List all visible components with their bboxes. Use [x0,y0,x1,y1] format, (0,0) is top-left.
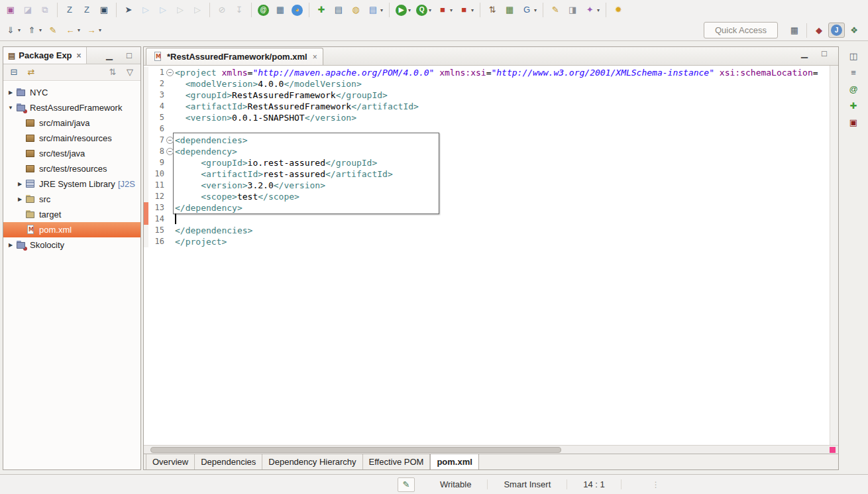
snippet-button[interactable]: ▤ [331,3,347,17]
editor-content[interactable]: 1−<project xmlns="http://maven.apache.or… [144,66,838,445]
stop-all-button[interactable]: ■▾ [456,3,476,17]
data-grid-button[interactable]: ▦ [272,3,288,17]
previous-annotation-button[interactable]: ⇑▾ [24,23,44,38]
minimize-editor-button[interactable]: ▁ [796,46,812,61]
code-line[interactable]: 7−<dependencies> [144,135,830,146]
search-g-button[interactable]: G▾ [519,3,539,17]
coverage-button[interactable]: Q▾ [414,3,433,17]
tree-item-src-test-java[interactable]: src/test/java [3,146,140,161]
code-line[interactable]: 6 [144,123,830,135]
fold-collapse-icon[interactable]: − [166,137,174,144]
editor-page-tab-pom-xml[interactable]: pom.xml [430,454,478,470]
close-view-icon[interactable]: × [77,51,81,60]
editor-tab-pom-xml[interactable]: *RestAssuredFramework/pom.xml × [146,48,323,65]
junit-view-button[interactable]: ✚ [845,99,861,113]
tree-item-nyc[interactable]: ▶NYC [3,85,140,100]
code-line[interactable]: 10 <artifactId>rest-assured</artifactId> [144,168,830,180]
coverage-dropdown-icon[interactable]: ▾ [429,7,431,13]
editor-vertical-scrollbar[interactable] [830,66,838,445]
web-browser-button[interactable]: ◕ [290,3,305,17]
new-button[interactable]: ▣ [3,3,19,17]
stop-dropdown-icon[interactable]: ▾ [450,7,453,13]
perspective-debug-button[interactable]: ❖ [846,23,862,38]
code-line[interactable]: 11 <version>3.2.0</version> [144,180,830,191]
open-perspective-button[interactable]: ▦ [787,23,802,38]
testng-button[interactable]: @ [256,3,271,17]
code-line[interactable]: 16</project> [144,236,830,247]
stop-button[interactable]: ■▾ [435,3,455,17]
code-line[interactable]: 9 <groupId>io.rest-assured</groupId> [144,157,830,168]
external-tools-button[interactable]: ✦▾ [582,3,602,17]
maximize-editor-button[interactable]: □ [816,46,832,61]
open-resource-button[interactable]: Z [79,3,95,17]
previous-annotation-dropdown-icon[interactable]: ▾ [39,27,42,33]
tree-item-restassuredframework[interactable]: ▼RestAssuredFramework [3,100,140,115]
edit-mode-icon[interactable]: ✎ [398,477,415,492]
scrollbar-thumb[interactable] [150,447,561,453]
expander-icon[interactable]: ▶ [6,90,15,95]
perspective-javaee-button[interactable]: ◆ [811,23,827,38]
external-tools-dropdown-icon[interactable]: ▾ [597,7,600,13]
last-edit-location-button[interactable]: ✎ [45,23,61,38]
quick-access-button[interactable]: Quick Access [704,22,778,38]
open-type-button[interactable]: Z [62,3,78,17]
stop-all-dropdown-icon[interactable]: ▾ [471,7,474,13]
problems-view-button[interactable]: ▣ [845,115,861,130]
editor-page-tab-effective-pom[interactable]: Effective POM [363,454,431,469]
code-line[interactable]: 13</dependency> [144,202,830,214]
select-tool-button[interactable]: ➤ [121,3,136,17]
code-line[interactable]: 14 [144,214,830,225]
maximize-explorer-button[interactable]: □ [121,48,137,63]
new-wizard-button[interactable]: ✚ [313,3,329,17]
restore-views-button[interactable]: ◫ [845,49,861,64]
data-source-button[interactable]: ◍ [348,3,364,17]
forward-dropdown-icon[interactable]: ▾ [99,27,101,33]
fold-collapse-icon[interactable]: − [166,148,174,155]
editor-page-tab-overview[interactable]: Overview [146,454,195,469]
expander-icon[interactable]: ▶ [15,181,25,187]
expander-icon[interactable]: ▼ [6,105,15,111]
java-browsing-button[interactable]: ▦ [502,3,517,17]
code-line[interactable]: 12 <scope>test</scope> [144,191,830,202]
expander-icon[interactable]: ▶ [6,242,15,248]
fold-collapse-icon[interactable]: − [166,69,174,76]
search-g-dropdown-icon[interactable]: ▾ [534,7,537,13]
editor-horizontal-scrollbar[interactable] [144,445,838,454]
code-line[interactable]: 4 <artifactId>RestAssuredFramework</arti… [144,101,830,112]
tree-item-target[interactable]: target [3,207,140,222]
run-button[interactable]: ▶▾ [394,3,413,17]
annotate-button[interactable]: ✎ [547,3,563,17]
tree-item-src-main-java[interactable]: src/main/java [3,115,140,131]
tree-item-src[interactable]: ▶src [3,192,140,207]
tree-item-jre-system-library[interactable]: ▶JRE System Library[J2S [3,176,140,192]
tip-of-day-button[interactable]: ✹ [610,3,626,17]
code-line[interactable]: 1−<project xmlns="http://maven.apache.or… [144,67,830,78]
link-with-editor-button[interactable]: ⇄ [23,65,39,80]
back-button[interactable]: ←▾ [62,23,82,38]
next-annotation-dropdown-icon[interactable]: ▾ [18,27,21,33]
focus-view-button[interactable]: ⇅ [105,65,121,80]
new-web-page-dropdown-icon[interactable]: ▾ [380,7,383,13]
outline-view-button[interactable]: ≡ [845,66,861,80]
collapse-all-button[interactable]: ⊟ [6,65,22,80]
next-annotation-button[interactable]: ⇓▾ [3,23,23,38]
package-explorer-tab[interactable]: ▤ Package Exp × [3,47,87,64]
tree-item-skolocity[interactable]: ▶Skolocity [3,237,140,253]
editor-page-tab-dependency-hierarchy[interactable]: Dependency Hierarchy [262,454,362,469]
code-line[interactable]: 3 <groupId>RestAssuredFramework</groupId… [144,90,830,101]
code-line[interactable]: 2 <modelVersion>4.0.0</modelVersion> [144,78,830,90]
compare-button[interactable]: ◨ [565,3,580,17]
run-dropdown-icon[interactable]: ▾ [408,7,411,13]
code-line[interactable]: 8−<dependency> [144,146,830,157]
minimize-explorer-button[interactable]: ▁ [101,48,117,63]
close-tab-icon[interactable]: × [313,52,317,62]
javadoc-view-button[interactable]: @ [845,82,861,97]
forward-button[interactable]: →▾ [83,23,103,38]
back-dropdown-icon[interactable]: ▾ [78,27,80,33]
code-line[interactable]: 15</dependencies> [144,225,830,236]
tree-item-pom-xml[interactable]: pom.xml [3,222,140,237]
new-web-page-button[interactable]: ▤▾ [365,3,385,17]
view-menu-button[interactable]: ▽ [122,65,138,80]
perspective-java-button[interactable]: J [828,23,845,38]
tree-item-src-test-resources[interactable]: src/test/resources [3,161,140,176]
